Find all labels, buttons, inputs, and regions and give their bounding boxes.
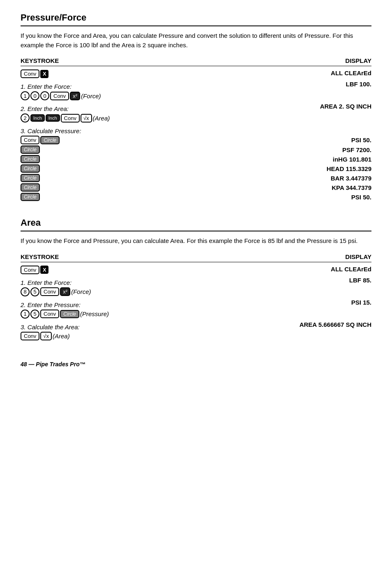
- section1-step1-display: LBF 100.: [256, 81, 371, 88]
- section2-step2-block: 2. Enter the Pressure: 1 5 Conv Circle (…: [21, 299, 371, 319]
- sqx-key-s1[interactable]: x²: [70, 92, 80, 100]
- section2-title: Area: [21, 217, 371, 231]
- step3-display-3: HEAD 115.3329: [256, 165, 371, 172]
- section1-step3-rows: Conv Circle PSI 50. Circle PSF 7200. C: [21, 136, 371, 201]
- section2-step2-label: 2. Enter the Pressure:: [21, 301, 256, 308]
- conv-key-s3[interactable]: Conv: [21, 136, 39, 144]
- key-2[interactable]: 2: [21, 113, 30, 123]
- key-8[interactable]: 8: [21, 287, 30, 296]
- step3-keys-2: Circle: [21, 155, 40, 163]
- conv-key-s2-s2[interactable]: Conv: [40, 310, 59, 318]
- area-label-s2: (Area): [93, 115, 110, 122]
- keystroke-header-2: KEYSTROKE: [21, 253, 59, 260]
- circle-key-s3-6[interactable]: Circle: [21, 193, 40, 201]
- section1-step2-block: 2. Enter the Area: 2 Inch Inch Conv √x (…: [21, 103, 371, 123]
- section1-step3-label: 3. Calculate Pressure:: [21, 127, 371, 134]
- section2-step3-block: 3. Calculate the Area: Conv √x (Area) AR…: [21, 321, 371, 340]
- section2-table: KEYSTROKE DISPLAY Conv X ALL CLEArEd 1. …: [21, 253, 371, 340]
- conv-key-s1[interactable]: Conv: [50, 92, 69, 100]
- step3-keys-1: Circle: [21, 146, 40, 154]
- section1-step1-block: 1. Enter the Force: 1 0 0 Conv x² (Force…: [21, 81, 371, 100]
- keystroke-header: KEYSTROKE: [21, 57, 59, 64]
- step3-display-2: inHG 101.801: [256, 156, 371, 163]
- force-label-s1: (Force): [81, 92, 101, 99]
- step3-keys-5: Circle: [21, 183, 40, 192]
- section2-step2-left: 2. Enter the Pressure: 1 5 Conv Circle (…: [21, 299, 256, 319]
- pressure-force-section: Pressure/Force If you know the Force and…: [21, 12, 371, 201]
- section2-step2-display: PSI 15.: [256, 299, 371, 306]
- step3-keys-3: Circle: [21, 164, 40, 173]
- section2-step3-display: AREA 5.666667 SQ INCH: [256, 321, 371, 328]
- conv-key-s2-clear[interactable]: Conv: [21, 266, 39, 274]
- display-header-2: DISPLAY: [345, 253, 371, 260]
- key-5[interactable]: 5: [30, 287, 39, 296]
- step3-keys-6: Circle: [21, 193, 40, 201]
- circle-key-s3-2[interactable]: Circle: [21, 155, 40, 163]
- section1-step1-label: 1. Enter the Force:: [21, 83, 256, 90]
- inch-key-b[interactable]: Inch: [46, 114, 60, 122]
- step3-display-5: KPA 344.7379: [256, 184, 371, 191]
- step3-display-0: PSI 50.: [256, 136, 371, 143]
- section1-description: If you know the Force and Area, you can …: [21, 31, 371, 50]
- conv-key-s2-s1[interactable]: Conv: [40, 287, 59, 296]
- section2-step3-label: 3. Calculate the Area:: [21, 324, 256, 331]
- section2-clear-keys: Conv X: [21, 266, 256, 274]
- section2-step1-block: 1. Enter the Force: 8 5 Conv x² (Force) …: [21, 277, 371, 296]
- section1-title: Pressure/Force: [21, 12, 371, 26]
- section1-clear-row: Conv X ALL CLEArEd: [21, 69, 371, 78]
- section1-clear-keys: Conv X: [21, 69, 256, 78]
- circle-key-s3-3[interactable]: Circle: [21, 164, 40, 173]
- section1-step3-left: 3. Calculate Pressure: Conv Circle PSI 5…: [21, 125, 371, 201]
- step3-keys-4: Circle: [21, 174, 40, 182]
- display-header: DISPLAY: [345, 57, 371, 64]
- section2-step1-left: 1. Enter the Force: 8 5 Conv x² (Force): [21, 277, 256, 296]
- step3-row-0: Conv Circle PSI 50.: [21, 136, 371, 144]
- section1-table-header: KEYSTROKE DISPLAY: [21, 57, 371, 66]
- key-1-s2[interactable]: 1: [21, 310, 30, 319]
- key-0b[interactable]: 0: [40, 91, 49, 100]
- sqrtx-key-s2[interactable]: √x: [81, 114, 92, 123]
- area-label-s2-s3: (Area): [53, 333, 70, 340]
- section2-table-header: KEYSTROKE DISPLAY: [21, 253, 371, 262]
- step3-display-1: PSF 7200.: [256, 146, 371, 153]
- section1-clear-display: ALL CLEArEd: [256, 69, 371, 76]
- conv-key-s2[interactable]: Conv: [61, 114, 80, 123]
- section2-description: If you know the Force and Pressure, you …: [21, 236, 371, 246]
- circle-key-s3-0[interactable]: Circle: [40, 136, 60, 144]
- conv-key[interactable]: Conv: [21, 69, 39, 78]
- section1-step3-block: 3. Calculate Pressure: Conv Circle PSI 5…: [21, 125, 371, 201]
- step3-row-4: Circle BAR 3.447379: [21, 174, 371, 182]
- circle-key-s3-4[interactable]: Circle: [21, 174, 40, 182]
- section2-step1-label: 1. Enter the Force:: [21, 279, 256, 286]
- force-label-s2-s1: (Force): [71, 288, 91, 295]
- section2-step1-display: LBF 85.: [256, 277, 371, 284]
- sqrtx-key-s2-s3[interactable]: √x: [40, 332, 52, 340]
- sqx-key-s2-s1[interactable]: x²: [60, 287, 70, 296]
- area-section: Area If you know the Force and Pressure,…: [21, 217, 371, 340]
- section1-table: KEYSTROKE DISPLAY Conv X ALL CLEArEd 1. …: [21, 57, 371, 201]
- pressure-label-s2: (Pressure): [80, 310, 109, 317]
- key-5-s2[interactable]: 5: [30, 310, 39, 319]
- section2-clear-row: Conv X ALL CLEArEd: [21, 266, 371, 274]
- step3-row-3: Circle HEAD 115.3329: [21, 164, 371, 173]
- page-footer: 48 — Pipe Trades Pro™: [21, 361, 371, 368]
- step3-row-1: Circle PSF 7200.: [21, 146, 371, 154]
- circle-key-s3-1[interactable]: Circle: [21, 146, 40, 154]
- x-key-s2-clear[interactable]: X: [40, 266, 48, 274]
- step3-row-2: Circle inHG 101.801: [21, 155, 371, 163]
- conv-key-s2-s3[interactable]: Conv: [21, 332, 39, 340]
- step3-keys-0: Conv Circle: [21, 136, 60, 144]
- section1-step2-label: 2. Enter the Area:: [21, 105, 256, 112]
- key-1[interactable]: 1: [21, 91, 30, 100]
- section2-clear-display: ALL CLEArEd: [256, 266, 371, 273]
- step3-row-5: Circle KPA 344.7379: [21, 183, 371, 192]
- section1-step2-left: 2. Enter the Area: 2 Inch Inch Conv √x (…: [21, 103, 256, 123]
- inch-key-a[interactable]: Inch: [30, 114, 45, 122]
- circle-key-s3-5[interactable]: Circle: [21, 183, 40, 192]
- step3-row-6: Circle PSI 50.: [21, 193, 371, 201]
- section1-step1-left: 1. Enter the Force: 1 0 0 Conv x² (Force…: [21, 81, 256, 100]
- x-key[interactable]: X: [40, 70, 48, 78]
- circle-key-s2-s2[interactable]: Circle: [60, 310, 79, 318]
- key-0a[interactable]: 0: [30, 91, 39, 100]
- step3-display-6: PSI 50.: [256, 194, 371, 201]
